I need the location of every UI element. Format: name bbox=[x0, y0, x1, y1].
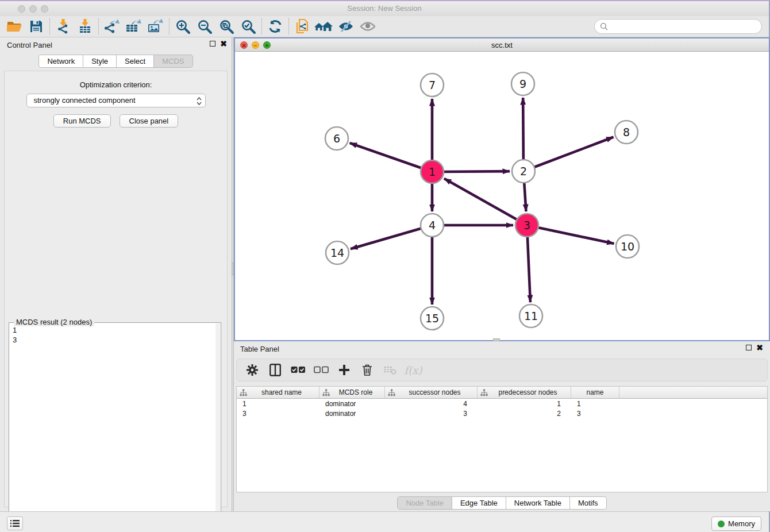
table-row-2[interactable]: 3dominator323 bbox=[237, 408, 767, 418]
control-panel-header: Control Panel ✖ bbox=[0, 37, 232, 52]
tab-node-table[interactable]: Node Table bbox=[397, 496, 452, 510]
graph-node-11[interactable]: 11 bbox=[519, 304, 542, 327]
column-layout-icon[interactable] bbox=[265, 361, 285, 379]
network-window-titlebar[interactable]: ✕ − + scc.txt bbox=[235, 38, 769, 52]
criterion-dropdown[interactable]: strongly connected component bbox=[26, 94, 206, 107]
hide-selected-eye-icon[interactable] bbox=[335, 18, 357, 35]
graph-node-15[interactable]: 15 bbox=[421, 307, 444, 330]
memory-button[interactable]: Memory bbox=[711, 516, 761, 531]
edge-3-10[interactable] bbox=[527, 225, 614, 244]
zoom-in-icon[interactable] bbox=[172, 18, 194, 35]
svg-text:6: 6 bbox=[333, 132, 340, 145]
column-header-successor-nodes[interactable]: successor nodes bbox=[385, 387, 478, 398]
table-row-1[interactable]: 1dominator411 bbox=[237, 399, 767, 408]
tab-select[interactable]: Select bbox=[117, 55, 154, 68]
column-header-MCDS-role[interactable]: MCDS role bbox=[319, 387, 385, 398]
svg-text:10: 10 bbox=[621, 240, 634, 253]
cell-shared-name[interactable]: 1 bbox=[237, 400, 319, 408]
list-icon bbox=[10, 519, 20, 527]
table-panel-header: Table Panel ✖ bbox=[234, 341, 770, 356]
mcds-result-text[interactable]: 1 3 bbox=[13, 325, 215, 532]
network-view-window: ✕ − + scc.txt 7968124314101511 bbox=[234, 37, 770, 341]
app-titlebar: Session: New Session bbox=[0, 1, 769, 16]
tab-mcds[interactable]: MCDS bbox=[154, 55, 192, 68]
run-mcds-button[interactable]: Run MCDS bbox=[53, 114, 111, 128]
tab-network[interactable]: Network bbox=[38, 55, 83, 68]
app-title: Session: New Session bbox=[0, 4, 769, 13]
cell-shared-name[interactable]: 3 bbox=[237, 410, 319, 418]
table-panel-tabs: Node TableEdge TableNetwork TableMotifs bbox=[234, 496, 770, 510]
graph-node-6[interactable]: 6 bbox=[325, 127, 348, 150]
float-panel-icon[interactable] bbox=[210, 41, 215, 47]
graph-node-2[interactable]: 2 bbox=[512, 160, 535, 183]
show-all-eye-icon[interactable] bbox=[357, 18, 379, 35]
graph-node-8[interactable]: 8 bbox=[615, 121, 638, 144]
duplicate-network-icon[interactable] bbox=[291, 18, 313, 35]
cell-MCDS-role[interactable]: dominator bbox=[319, 400, 385, 408]
export-network-icon[interactable] bbox=[101, 18, 123, 35]
export-image-icon[interactable] bbox=[145, 18, 167, 35]
cell-predecessor-nodes[interactable]: 1 bbox=[478, 400, 571, 408]
svg-text:11: 11 bbox=[524, 310, 538, 322]
gear-icon[interactable] bbox=[242, 361, 262, 379]
deselect-all-icon[interactable] bbox=[311, 361, 331, 379]
search-input[interactable] bbox=[611, 22, 761, 31]
toolbar-separator bbox=[288, 18, 289, 34]
cell-predecessor-nodes[interactable]: 2 bbox=[478, 410, 571, 418]
tab-network-table[interactable]: Network Table bbox=[506, 496, 570, 510]
zoom-fit-icon[interactable] bbox=[215, 18, 237, 35]
import-network-icon[interactable] bbox=[52, 18, 74, 35]
select-all-icon[interactable] bbox=[288, 361, 308, 379]
open-file-icon[interactable] bbox=[3, 18, 25, 35]
network-graph[interactable]: 7968124314101511 bbox=[235, 52, 769, 340]
toolbar-separator bbox=[98, 18, 99, 34]
save-session-icon[interactable] bbox=[25, 18, 47, 35]
tab-style[interactable]: Style bbox=[83, 55, 117, 68]
float-table-panel-icon[interactable] bbox=[746, 345, 752, 350]
graph-node-4[interactable]: 4 bbox=[421, 214, 444, 237]
cell-MCDS-role[interactable]: dominator bbox=[319, 410, 385, 418]
graph-node-7[interactable]: 7 bbox=[421, 74, 444, 97]
tab-edge-table[interactable]: Edge Table bbox=[452, 496, 506, 510]
close-table-panel-icon[interactable]: ✖ bbox=[756, 345, 763, 350]
edge-2-8[interactable] bbox=[523, 137, 614, 171]
close-panel-icon[interactable]: ✖ bbox=[220, 41, 227, 47]
refresh-icon[interactable] bbox=[264, 18, 286, 35]
optimization-criterion-label: Optimization criterion: bbox=[5, 80, 227, 89]
graph-node-9[interactable]: 9 bbox=[511, 72, 534, 95]
network-canvas[interactable]: 7968124314101511 bbox=[235, 52, 769, 340]
add-column-icon[interactable] bbox=[334, 361, 354, 379]
tab-motifs[interactable]: Motifs bbox=[570, 496, 607, 510]
delete-table-icon bbox=[380, 361, 400, 379]
cell-name[interactable]: 1 bbox=[571, 400, 619, 408]
graph-node-1[interactable]: 1 bbox=[421, 160, 444, 183]
edge-4-14[interactable] bbox=[351, 225, 432, 249]
edge-3-1[interactable] bbox=[444, 179, 527, 225]
cell-successor-nodes[interactable]: 3 bbox=[385, 410, 478, 418]
cell-successor-nodes[interactable]: 4 bbox=[385, 400, 478, 408]
result-scrollbar[interactable] bbox=[215, 323, 220, 532]
cell-name[interactable]: 3 bbox=[571, 410, 619, 418]
houses-icon[interactable] bbox=[313, 18, 335, 35]
column-header-shared-name[interactable]: shared name bbox=[237, 387, 319, 398]
task-history-button[interactable] bbox=[7, 516, 23, 530]
column-header-predecessor-nodes[interactable]: predecessor nodes bbox=[478, 387, 571, 398]
table-rows: 1dominator4113dominator323 bbox=[237, 399, 767, 418]
table-header-row: shared nameMCDS rolesuccessor nodesprede… bbox=[237, 387, 767, 399]
zoom-selected-icon[interactable] bbox=[237, 18, 259, 35]
table-panel-title: Table Panel bbox=[240, 345, 279, 353]
mcds-result-box: MCDS result (2 nodes) 1 3 bbox=[9, 322, 221, 532]
import-table-icon[interactable] bbox=[74, 18, 96, 35]
export-table-icon[interactable] bbox=[123, 18, 145, 35]
toolbar-separator bbox=[49, 18, 50, 34]
close-panel-button[interactable]: Close panel bbox=[120, 114, 179, 128]
column-header-name[interactable]: name bbox=[571, 387, 619, 398]
graph-node-14[interactable]: 14 bbox=[326, 241, 349, 264]
graph-node-3[interactable]: 3 bbox=[515, 214, 538, 237]
graph-node-10[interactable]: 10 bbox=[616, 235, 639, 258]
edge-1-6[interactable] bbox=[350, 143, 432, 172]
search-box[interactable] bbox=[594, 19, 762, 34]
delete-column-icon[interactable] bbox=[357, 361, 377, 379]
zoom-out-icon[interactable] bbox=[194, 18, 215, 35]
node-table[interactable]: shared nameMCDS rolesuccessor nodesprede… bbox=[236, 386, 768, 492]
